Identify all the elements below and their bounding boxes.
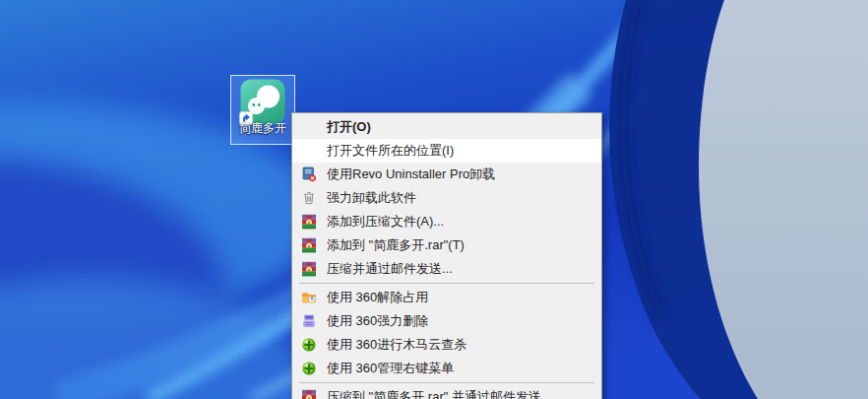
context-menu-item[interactable]: 使用 360强力删除 [292, 309, 601, 333]
context-menu-item[interactable]: 添加到压缩文件(A)... [292, 210, 601, 233]
menu-item-label: 添加到 "简鹿多开.rar"(T) [327, 236, 465, 254]
360-folder-icon: 6 [300, 290, 317, 306]
context-menu-item[interactable]: 使用 360管理右键菜单 [292, 357, 601, 380]
menu-item-label: 使用 360进行木马云查杀 [327, 336, 466, 354]
winrar-icon [300, 237, 317, 254]
context-menu-item[interactable]: 压缩并通过邮件发送... [292, 257, 601, 281]
context-menu-item[interactable]: 6使用 360解除占用 [292, 286, 601, 309]
context-menu-item[interactable]: 使用 360进行木马云查杀 [292, 333, 601, 357]
menu-item-label: 使用 360强力删除 [327, 312, 428, 330]
360-security-ball-icon [300, 337, 317, 354]
360-shredder-icon [300, 313, 317, 330]
menu-item-label: 添加到压缩文件(A)... [327, 213, 444, 231]
menu-item-label: 强力卸载此软件 [327, 189, 416, 207]
context-menu-item[interactable]: 打开文件所在的位置(I) [292, 139, 601, 163]
winrar-icon [300, 261, 317, 278]
svg-text:6: 6 [310, 297, 313, 301]
context-menu: 打开(O)打开文件所在的位置(I)使用Revo Uninstaller Pro卸… [291, 112, 602, 399]
menu-item-label: 使用 360解除占用 [327, 289, 428, 306]
menu-item-label: 使用 360管理右键菜单 [327, 360, 454, 377]
menu-item-label: 压缩到 "简鹿多开.rar" 并通过邮件发送 [327, 388, 541, 399]
menu-item-label: 打开文件所在的位置(I) [327, 142, 454, 160]
winrar-icon [300, 389, 317, 399]
360-security-ball-icon [300, 361, 317, 377]
trash-icon [300, 190, 317, 207]
desktop-shortcut-jianlu-duokai[interactable]: 简鹿多开 [230, 75, 295, 145]
revo-uninstaller-icon [300, 166, 317, 183]
menu-item-label: 使用Revo Uninstaller Pro卸载 [327, 166, 495, 183]
desktop-icon-label: 简鹿多开 [224, 120, 301, 137]
menu-separator [299, 283, 594, 284]
context-menu-item[interactable]: 添加到 "简鹿多开.rar"(T) [292, 233, 601, 257]
menu-item-label: 压缩并通过邮件发送... [327, 260, 453, 278]
context-menu-item[interactable]: 压缩到 "简鹿多开.rar" 并通过邮件发送 [292, 385, 601, 399]
winrar-icon [300, 214, 317, 231]
no-icon [300, 143, 317, 160]
context-menu-item[interactable]: 使用Revo Uninstaller Pro卸载 [292, 163, 601, 186]
menu-item-label: 打开(O) [327, 118, 371, 136]
no-icon [300, 119, 317, 136]
context-menu-item[interactable]: 强力卸载此软件 [292, 186, 601, 210]
menu-separator [299, 382, 594, 383]
context-menu-item[interactable]: 打开(O) [292, 115, 601, 139]
